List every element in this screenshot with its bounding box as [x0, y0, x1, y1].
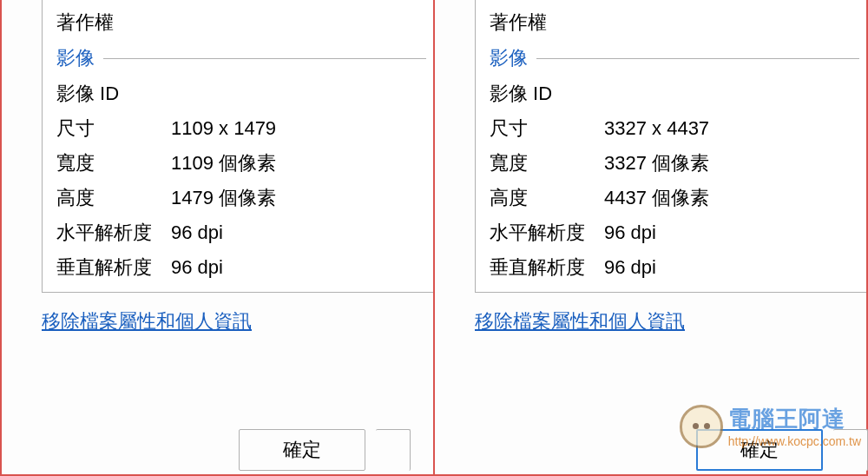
hres-row: 水平解析度 96 dpi	[56, 215, 426, 250]
height-row: 高度 4437 個像素	[490, 181, 859, 215]
dimensions-value: 3327 x 4437	[604, 117, 709, 140]
section-divider	[536, 58, 859, 59]
remove-props-row: 移除檔案屬性和個人資訊	[435, 293, 866, 334]
width-value: 3327 個像素	[604, 150, 709, 176]
hres-value: 96 dpi	[171, 221, 223, 244]
cancel-button-partial[interactable]	[376, 429, 411, 471]
remove-props-row: 移除檔案屬性和個人資訊	[2, 293, 433, 334]
section-divider	[103, 58, 426, 59]
width-row: 寬度 1109 個像素	[56, 146, 426, 181]
image-section-header: 影像	[490, 40, 859, 76]
ok-button[interactable]: 確定	[696, 429, 823, 471]
height-value: 1479 個像素	[171, 185, 276, 211]
button-bar: 確定	[239, 429, 411, 471]
remove-properties-link[interactable]: 移除檔案屬性和個人資訊	[42, 310, 252, 332]
properties-dialog-left: 著作權 影像 影像 ID 尺寸 1109 x 1479 寬度 1109 個像素 …	[0, 0, 434, 476]
height-value: 4437 個像素	[604, 185, 709, 211]
width-label: 寬度	[56, 150, 171, 176]
vres-row: 垂直解析度 96 dpi	[490, 250, 859, 285]
image-section-title: 影像	[56, 45, 95, 71]
copyright-row: 著作權	[56, 5, 426, 40]
width-label: 寬度	[490, 150, 604, 176]
width-row: 寬度 3327 個像素	[490, 146, 859, 181]
dimensions-label: 尺寸	[490, 116, 604, 142]
image-id-row: 影像 ID	[56, 76, 426, 111]
height-label: 高度	[490, 185, 604, 211]
image-section-header: 影像	[56, 40, 426, 76]
copyright-label: 著作權	[56, 10, 171, 36]
copyright-label: 著作權	[490, 10, 604, 36]
height-label: 高度	[56, 185, 171, 211]
vres-row: 垂直解析度 96 dpi	[56, 250, 426, 285]
image-id-row: 影像 ID	[490, 76, 859, 111]
hres-label: 水平解析度	[56, 220, 171, 246]
dimensions-row: 尺寸 3327 x 4437	[490, 111, 859, 146]
vres-value: 96 dpi	[604, 256, 656, 279]
vres-label: 垂直解析度	[56, 255, 171, 281]
image-id-label: 影像 ID	[56, 81, 171, 107]
image-id-label: 影像 ID	[490, 81, 604, 107]
width-value: 1109 個像素	[171, 150, 276, 176]
dimensions-label: 尺寸	[56, 116, 171, 142]
properties-panel: 著作權 影像 影像 ID 尺寸 1109 x 1479 寬度 1109 個像素 …	[42, 0, 433, 293]
dimensions-row: 尺寸 1109 x 1479	[56, 111, 426, 146]
properties-dialog-right: 著作權 影像 影像 ID 尺寸 3327 x 4437 寬度 3327 個像素 …	[434, 0, 868, 476]
button-bar: 確定	[696, 429, 868, 471]
vres-value: 96 dpi	[171, 256, 223, 279]
height-row: 高度 1479 個像素	[56, 181, 426, 215]
hres-value: 96 dpi	[604, 221, 656, 244]
copyright-row: 著作權	[490, 5, 859, 40]
properties-panel: 著作權 影像 影像 ID 尺寸 3327 x 4437 寬度 3327 個像素 …	[475, 0, 866, 293]
image-section-title: 影像	[490, 45, 528, 71]
hres-label: 水平解析度	[490, 220, 604, 246]
hres-row: 水平解析度 96 dpi	[490, 215, 859, 250]
vres-label: 垂直解析度	[490, 255, 604, 281]
remove-properties-link[interactable]: 移除檔案屬性和個人資訊	[475, 310, 685, 332]
ok-button[interactable]: 確定	[239, 429, 365, 471]
dimensions-value: 1109 x 1479	[171, 117, 276, 140]
cancel-button-partial[interactable]	[833, 429, 868, 471]
